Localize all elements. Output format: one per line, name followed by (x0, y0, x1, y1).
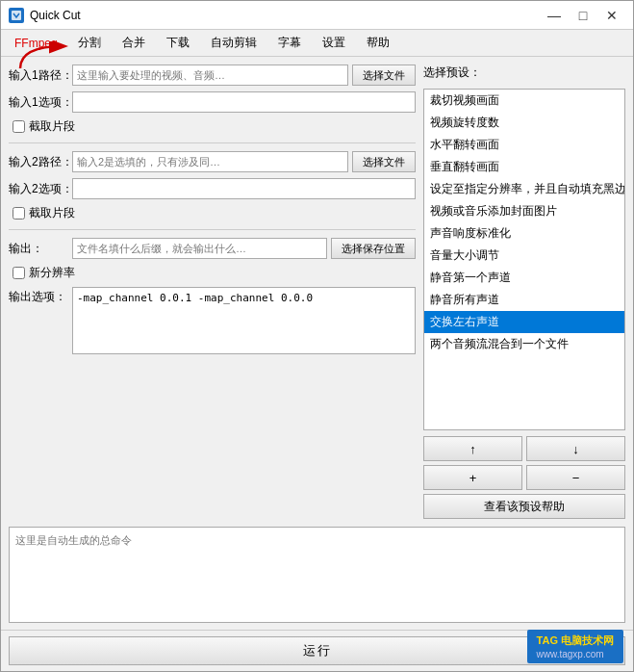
preset-item[interactable]: 交换左右声道 (424, 311, 624, 333)
preset-edit-row: + − (423, 465, 625, 490)
output-path-row: 输出： 选择保存位置 (9, 238, 416, 259)
input2-clip-row: 截取片段 (13, 205, 416, 221)
input2-path-label: 输入2路径： (9, 154, 68, 170)
preset-nav-row: ↑ ↓ (423, 436, 625, 461)
input1-path-input[interactable] (72, 65, 348, 86)
input2-options-row: 输入2选项： (9, 178, 416, 199)
input2-options-input[interactable] (72, 178, 416, 199)
preset-add-button[interactable]: + (423, 465, 522, 490)
preset-up-button[interactable]: ↑ (423, 436, 522, 461)
close-button[interactable]: ✕ (598, 5, 625, 26)
output-options-textarea[interactable]: -map_channel 0.0.1 -map_channel 0.0.0 (72, 287, 416, 354)
input1-clip-row: 截取片段 (13, 118, 416, 135)
left-panel: 输入1路径： 选择文件 输入1选项： 截取片段 输入2路径： 选择文件 输入2选… (9, 65, 416, 519)
input2-select-button[interactable]: 选择文件 (352, 151, 416, 172)
output-options-label: 输出选项： (9, 287, 68, 305)
input2-path-row: 输入2路径： 选择文件 (9, 151, 416, 172)
right-panel: 选择预设： 裁切视频画面视频旋转度数水平翻转画面垂直翻转画面设定至指定分辨率，并… (423, 65, 625, 519)
menubar: FFmpeg 分割 合并 下载 自动剪辑 字幕 设置 帮助 (1, 30, 633, 57)
preset-item[interactable]: 声音响度标准化 (424, 222, 624, 245)
run-button[interactable]: 运行 (9, 636, 625, 665)
menu-auto-edit[interactable]: 自动剪辑 (200, 30, 267, 56)
new-resolution-row: 新分辨率 (13, 265, 416, 281)
title-bar: Quick Cut — □ ✕ (1, 1, 633, 30)
output-label: 输出： (9, 241, 68, 257)
preset-item[interactable]: 音量大小调节 (424, 245, 624, 267)
menu-settings[interactable]: 设置 (312, 30, 356, 56)
preset-label: 选择预设： (423, 65, 625, 81)
command-section (1, 527, 633, 630)
input2-path-input[interactable] (72, 151, 348, 172)
new-resolution-label: 新分辨率 (29, 265, 75, 281)
preset-item[interactable]: 视频或音乐添加封面图片 (424, 200, 624, 222)
divider1 (9, 142, 416, 143)
menu-help[interactable]: 帮助 (356, 30, 400, 56)
preset-down-button[interactable]: ↓ (526, 436, 625, 461)
menu-download[interactable]: 下载 (156, 30, 200, 56)
input1-options-label: 输入1选项： (9, 94, 68, 111)
preset-list[interactable]: 裁切视频画面视频旋转度数水平翻转画面垂直翻转画面设定至指定分辨率，并且自动填充黑… (423, 89, 625, 430)
output-path-input[interactable] (72, 238, 327, 259)
input1-options-input[interactable] (72, 91, 416, 113)
input1-options-row: 输入1选项： (9, 91, 416, 113)
input1-clip-label: 截取片段 (29, 118, 75, 135)
input1-path-label: 输入1路径： (9, 67, 68, 84)
main-content: 输入1路径： 选择文件 输入1选项： 截取片段 输入2路径： 选择文件 输入2选… (1, 57, 633, 527)
input1-path-row: 输入1路径： 选择文件 (9, 65, 416, 86)
preset-item[interactable]: 静音第一个声道 (424, 267, 624, 289)
minimize-button[interactable]: — (541, 5, 568, 26)
preset-help-button[interactable]: 查看该预设帮助 (423, 494, 625, 519)
preset-item[interactable]: 垂直翻转画面 (424, 156, 624, 178)
input2-clip-label: 截取片段 (29, 205, 75, 221)
menu-ffmpeg[interactable]: FFmpeg (5, 33, 67, 54)
menu-merge[interactable]: 合并 (112, 30, 156, 56)
menu-split[interactable]: 分割 (67, 30, 112, 56)
svg-rect-0 (12, 11, 21, 20)
window-controls: — □ ✕ (541, 5, 625, 26)
app-icon (9, 8, 24, 23)
preset-controls: ↑ ↓ + − 查看该预设帮助 (423, 436, 625, 519)
footer: 运行 (1, 630, 633, 671)
preset-remove-button[interactable]: − (526, 465, 625, 490)
new-resolution-checkbox[interactable] (13, 267, 25, 279)
window-title: Quick Cut (30, 9, 81, 22)
divider2 (9, 229, 416, 230)
preset-item[interactable]: 视频旋转度数 (424, 112, 624, 134)
input2-clip-checkbox[interactable] (13, 207, 25, 220)
preset-item[interactable]: 设定至指定分辨率，并且自动填充黑边 (424, 178, 624, 200)
command-textarea[interactable] (9, 527, 625, 623)
input2-options-label: 输入2选项： (9, 181, 68, 197)
output-select-button[interactable]: 选择保存位置 (331, 238, 416, 259)
menu-subtitle[interactable]: 字幕 (267, 30, 312, 56)
maximize-button[interactable]: □ (570, 5, 596, 26)
input1-select-button[interactable]: 选择文件 (352, 65, 416, 86)
output-options-container: 输出选项： -map_channel 0.0.1 -map_channel 0.… (9, 287, 416, 354)
preset-item[interactable]: 水平翻转画面 (424, 134, 624, 156)
preset-item[interactable]: 静音所有声道 (424, 289, 624, 311)
input1-clip-checkbox[interactable] (13, 120, 25, 133)
preset-item[interactable]: 裁切视频画面 (424, 90, 624, 112)
preset-item[interactable]: 两个音频流混合到一个文件 (424, 333, 624, 355)
